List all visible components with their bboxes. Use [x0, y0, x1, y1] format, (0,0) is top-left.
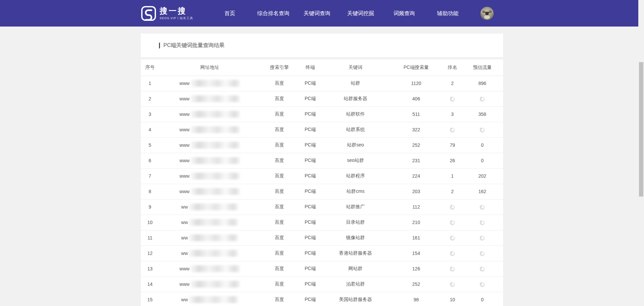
row-index: 7: [141, 168, 159, 184]
pc-search-volume: 231: [389, 153, 443, 168]
estimated-traffic: [462, 91, 503, 106]
url-redacted-blur: [189, 204, 238, 210]
row-index: 4: [141, 122, 159, 137]
keyword: 站群seo: [322, 137, 389, 153]
row-index: 10: [141, 215, 159, 230]
url-cell: www: [159, 91, 260, 106]
column-header: 排名: [443, 59, 462, 76]
top-navbar: 搜一搜 SEOS.VIP丨站长工具 首页综合排名查询关键词查询关键词挖掘词频查询…: [0, 0, 644, 27]
site-logo[interactable]: 搜一搜 SEOS.VIP丨站长工具: [141, 6, 191, 21]
estimated-traffic: 0: [462, 137, 503, 153]
scrollbar-thumb[interactable]: [639, 62, 643, 196]
loading-spinner-icon: [450, 220, 455, 225]
search-engine: 百度: [260, 184, 298, 199]
title-accent-bar: [159, 43, 160, 48]
url-redacted-blur: [190, 265, 240, 272]
user-avatar[interactable]: [480, 7, 494, 20]
browser-scrollbar[interactable]: [638, 0, 644, 306]
rank: 2: [443, 184, 462, 199]
url-cell: www: [159, 137, 260, 153]
row-index: 9: [141, 199, 159, 215]
rank: 3: [443, 106, 462, 122]
url-cell: ww: [159, 246, 260, 261]
url-redacted-blur: [189, 296, 238, 303]
pc-search-volume: 210: [389, 215, 443, 230]
table-row: 6www百度PC端seo站群231260: [141, 153, 503, 168]
column-header: 搜索引擎: [260, 59, 298, 76]
url-prefix: ww: [181, 235, 188, 241]
table-row: 10ww百度PC端目录站群210: [141, 215, 503, 230]
pc-search-volume: 406: [389, 91, 443, 106]
url-redacted-blur: [190, 173, 240, 179]
rank: [443, 230, 462, 246]
device-type: PC端: [299, 106, 322, 122]
device-type: PC端: [299, 261, 322, 276]
rank: 79: [443, 137, 462, 153]
device-type: PC端: [299, 122, 322, 137]
nav-item-5[interactable]: 辅助功能: [426, 0, 470, 27]
estimated-traffic: 162: [462, 184, 503, 199]
estimated-traffic: [462, 230, 503, 246]
row-index: 5: [141, 137, 159, 153]
keyword: 站群系统: [322, 122, 389, 137]
loading-spinner-icon: [450, 282, 455, 287]
row-index: 8: [141, 184, 159, 199]
device-type: PC端: [299, 76, 322, 91]
device-type: PC端: [299, 184, 322, 199]
estimated-traffic: [462, 276, 503, 292]
url-prefix: www: [179, 81, 190, 86]
table-header-row: 序号网址地址搜索引擎终端关键词PC端搜索量排名预估流量: [141, 59, 503, 76]
search-engine: 百度: [260, 246, 298, 261]
loading-spinner-icon: [450, 96, 455, 102]
url-prefix: ww: [181, 220, 188, 225]
rank: 2: [443, 76, 462, 91]
table-row: 11ww百度PC端镜像站群161: [141, 230, 503, 246]
nav-item-4[interactable]: 词频查询: [382, 0, 426, 27]
nav-item-0[interactable]: 首页: [208, 0, 252, 27]
nav-item-3[interactable]: 关键词挖掘: [339, 0, 382, 27]
url-prefix: www: [179, 281, 190, 287]
url-cell: www: [159, 276, 260, 292]
nav-item-2[interactable]: 关键词查询: [295, 0, 339, 27]
loading-spinner-icon: [450, 127, 455, 133]
table-row: 5www百度PC端站群seo252790: [141, 137, 503, 153]
rank: [443, 215, 462, 230]
keyword: seo站群: [322, 153, 389, 168]
pc-search-volume: 511: [389, 106, 443, 122]
search-engine: 百度: [260, 230, 298, 246]
keyword: 目录站群: [322, 215, 389, 230]
estimated-traffic: [462, 215, 503, 230]
column-header: 关键词: [322, 59, 389, 76]
row-index: 11: [141, 230, 159, 246]
url-prefix: www: [179, 112, 190, 117]
loading-spinner-icon: [480, 282, 485, 287]
pc-search-volume: 154: [389, 246, 443, 261]
pc-search-volume: 203: [389, 184, 443, 199]
search-engine: 百度: [260, 106, 298, 122]
url-redacted-blur: [190, 95, 240, 102]
column-header: 预估流量: [462, 59, 503, 76]
estimated-traffic: [462, 246, 503, 261]
loading-spinner-icon: [480, 127, 485, 133]
nav-item-1[interactable]: 综合排名查询: [252, 0, 295, 27]
keyword: 站群: [322, 76, 389, 91]
keyword: 站群cms: [322, 184, 389, 199]
keyword: 站群程序: [322, 168, 389, 184]
search-engine: 百度: [260, 137, 298, 153]
pc-search-volume: 224: [389, 168, 443, 184]
pc-search-volume: 252: [389, 276, 443, 292]
url-cell: ww: [159, 199, 260, 215]
row-index: 12: [141, 246, 159, 261]
logo-subtitle: SEOS.VIP丨站长工具: [160, 16, 193, 20]
table-row: 12ww百度PC端香港站群服务器154: [141, 246, 503, 261]
rank: [443, 276, 462, 292]
url-redacted-blur: [190, 126, 240, 133]
keyword: 美国站群服务器: [322, 292, 389, 306]
url-redacted-blur: [190, 142, 240, 148]
pc-search-volume: 1120: [389, 76, 443, 91]
search-engine: 百度: [260, 215, 298, 230]
url-cell: www: [159, 261, 260, 276]
table-row: 2www百度PC端站群服务器406: [141, 91, 503, 106]
row-index: 6: [141, 153, 159, 168]
url-redacted-blur: [189, 250, 238, 257]
